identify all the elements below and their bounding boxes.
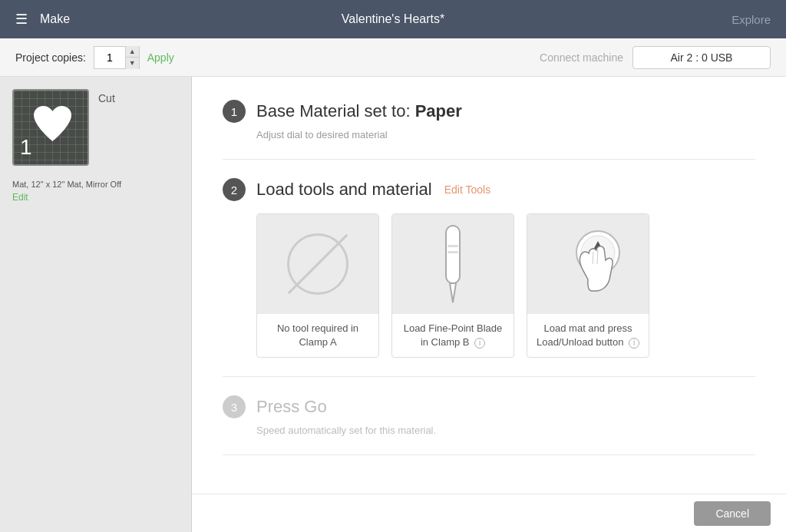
connect-machine-section: Connect machine Air 2 : 0 USB: [540, 46, 771, 69]
no-tool-label: No tool required in Clamp A: [257, 314, 378, 357]
step3-header: 3 Press Go: [223, 395, 755, 418]
step1-title: Base Material set to: Paper: [256, 101, 462, 121]
svg-marker-1: [450, 283, 456, 302]
step3-section: 3 Press Go Speed automatically set for t…: [223, 395, 755, 455]
header: ☰ Make Valentine's Hearts* Explore: [0, 0, 786, 38]
copies-input[interactable]: [94, 47, 125, 68]
tool-card-no-tool: No tool required in Clamp A: [256, 213, 379, 358]
cut-label: Cut: [98, 89, 115, 104]
mat-number: 1: [20, 135, 32, 160]
load-mat-image: [527, 214, 649, 314]
heart-svg: [31, 104, 74, 144]
copies-arrows: ▲ ▼: [125, 46, 139, 69]
step1-title-prefix: Base Material set to:: [256, 101, 415, 121]
machine-button[interactable]: Air 2 : 0 USB: [632, 46, 771, 69]
svg-rect-2: [447, 245, 458, 247]
apply-button[interactable]: Apply: [147, 51, 174, 64]
cancel-button[interactable]: Cancel: [694, 501, 771, 526]
blade-svg: [434, 222, 472, 306]
step1-subtitle: Adjust dial to desired material: [256, 129, 755, 140]
menu-icon[interactable]: ☰: [15, 11, 28, 28]
step3-title: Press Go: [256, 397, 327, 417]
mat-info: Mat, 12" x 12" Mat, Mirror Off: [12, 180, 179, 189]
copies-input-wrapper: ▲ ▼: [94, 46, 140, 69]
explore-link[interactable]: Explore: [732, 13, 771, 26]
step2-number: 2: [223, 178, 246, 201]
step3-number: 3: [223, 395, 246, 418]
step1-title-bold: Paper: [415, 101, 462, 121]
mat-preview: 1: [12, 89, 89, 166]
load-mat-svg: [546, 218, 630, 310]
edit-link[interactable]: Edit: [12, 192, 179, 203]
sidebar: 1 Cut Mat, 12" x 12" Mat, Mirror Off Edi…: [0, 77, 192, 532]
content-area: 1 Base Material set to: Paper Adjust dia…: [192, 77, 786, 532]
make-label: Make: [40, 12, 70, 26]
copies-down-button[interactable]: ▼: [125, 58, 139, 69]
step2-header: 2 Load tools and material Edit Tools: [223, 178, 755, 201]
no-tool-image: [257, 214, 378, 314]
footer: Cancel: [192, 494, 786, 532]
step2-title: Load tools and material: [256, 180, 432, 200]
tool-card-load-mat: Load mat and press Load/Unload button i: [527, 213, 649, 358]
step1-header: 1 Base Material set to: Paper: [223, 100, 755, 123]
step2-section: 2 Load tools and material Edit Tools No …: [223, 178, 755, 377]
blade-label: Load Fine-Point Blade in Clamp B i: [392, 314, 514, 357]
step3-subtitle: Speed automatically set for this materia…: [256, 425, 755, 436]
project-copies-label: Project copies:: [15, 51, 86, 64]
main-layout: 1 Cut Mat, 12" x 12" Mat, Mirror Off Edi…: [0, 77, 786, 532]
tool-card-blade: Load Fine-Point Blade in Clamp B i: [391, 213, 514, 358]
edit-tools-link[interactable]: Edit Tools: [444, 183, 490, 196]
step1-section: 1 Base Material set to: Paper Adjust dia…: [223, 100, 755, 160]
blade-info-icon[interactable]: i: [474, 338, 485, 349]
load-mat-label: Load mat and press Load/Unload button i: [527, 314, 649, 357]
step1-number: 1: [223, 100, 246, 123]
load-mat-info-icon[interactable]: i: [629, 338, 639, 349]
svg-rect-3: [447, 251, 458, 253]
connect-machine-label: Connect machine: [540, 51, 623, 64]
svg-rect-0: [446, 226, 460, 283]
copies-up-button[interactable]: ▲: [125, 46, 139, 58]
blade-image: [392, 214, 514, 314]
page-title: Valentine's Hearts*: [342, 12, 444, 26]
tool-cards: No tool required in Clamp A: [256, 213, 755, 358]
sub-header: Project copies: ▲ ▼ Apply Connect machin…: [0, 38, 786, 77]
no-tool-icon: [287, 233, 348, 295]
